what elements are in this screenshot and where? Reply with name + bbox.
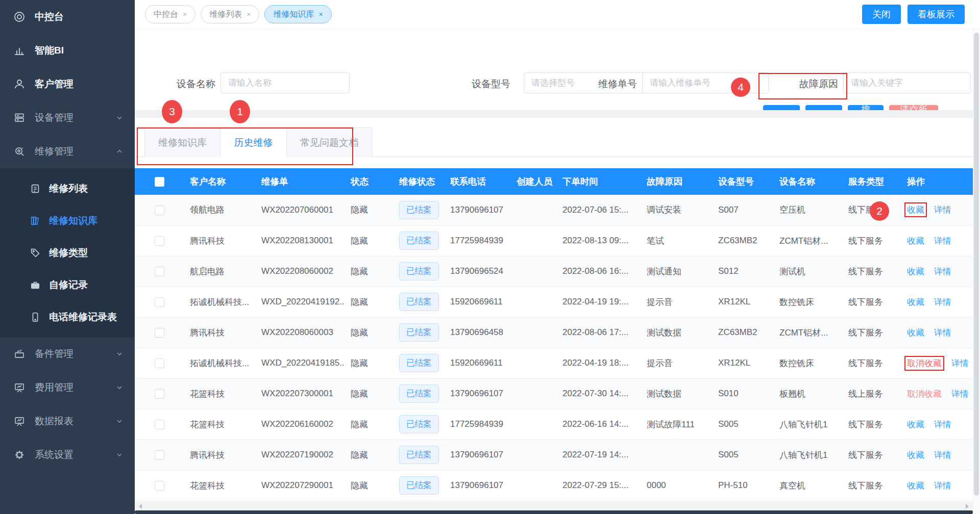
repair-status-badge: 已结案 bbox=[399, 232, 439, 250]
sidebar-item-console[interactable]: 中控台 bbox=[0, 0, 135, 34]
detail-link[interactable]: 详情 bbox=[934, 236, 951, 246]
annotation-circle-3: 3 bbox=[162, 100, 182, 123]
favorite-link[interactable]: 收藏 bbox=[907, 420, 924, 429]
sidebar-item-settings[interactable]: 系统设置 bbox=[0, 438, 135, 472]
favorite-link[interactable]: 收藏 bbox=[907, 328, 924, 338]
sidebar-item-bi[interactable]: 智能BI bbox=[0, 34, 135, 67]
device-name-input[interactable] bbox=[220, 72, 350, 93]
device-name-cell: 数控铣床 bbox=[773, 348, 842, 378]
order-time-cell: 2022-08-06 17:... bbox=[556, 317, 641, 348]
sidebar-item-self-repair-records[interactable]: 自修记录 bbox=[0, 269, 135, 301]
sidebar-item-customers[interactable]: 客户管理 bbox=[0, 67, 135, 101]
device-model-cell: S005 bbox=[712, 409, 773, 440]
detail-link[interactable]: 详情 bbox=[951, 358, 969, 368]
actions-cell: 收藏 详情 bbox=[901, 409, 973, 440]
status-cell: 隐藏 bbox=[345, 348, 393, 378]
close-tab-icon[interactable]: × bbox=[247, 10, 251, 18]
favorite-link[interactable]: 收藏 bbox=[907, 481, 924, 491]
repair-status-badge: 已结案 bbox=[399, 415, 439, 433]
scroll-left-arrow-icon[interactable] bbox=[139, 504, 142, 509]
row-checkbox[interactable] bbox=[155, 481, 164, 491]
detail-link[interactable]: 详情 bbox=[934, 205, 951, 215]
sidebar-item-knowledge-base[interactable]: 维修知识库 bbox=[0, 204, 135, 237]
fault-reason-input[interactable] bbox=[843, 72, 971, 93]
detail-link[interactable]: 详情 bbox=[934, 297, 951, 307]
row-checkbox-cell bbox=[135, 287, 184, 317]
horizontal-scrollbar-thumb[interactable] bbox=[135, 510, 973, 514]
scroll-right-arrow-icon[interactable] bbox=[966, 504, 969, 509]
favorite-link[interactable]: 收藏 bbox=[907, 450, 924, 460]
fault-reason-cell: 提示音 bbox=[641, 348, 712, 378]
detail-link[interactable]: 详情 bbox=[934, 481, 951, 491]
row-checkbox[interactable] bbox=[155, 450, 164, 460]
annotation-circle-4: 4 bbox=[731, 78, 750, 97]
fault-reason-label: 故障原因 bbox=[799, 78, 838, 91]
select-all-checkbox[interactable] bbox=[155, 177, 164, 187]
row-checkbox[interactable] bbox=[155, 420, 164, 429]
detail-link[interactable]: 详情 bbox=[934, 267, 951, 276]
repair-status-badge: 已结案 bbox=[399, 384, 439, 403]
breadcrumb-tab[interactable]: 维修知识库 × bbox=[264, 5, 331, 23]
detail-link[interactable]: 详情 bbox=[934, 420, 951, 429]
sidebar-item-repair-list[interactable]: 维修列表 bbox=[0, 172, 135, 204]
favorite-link[interactable]: 收藏 bbox=[907, 236, 924, 246]
content-tab[interactable]: 常见问题文档 bbox=[287, 127, 372, 157]
board-display-button[interactable]: 看板展示 bbox=[908, 5, 965, 24]
status-cell: 隐藏 bbox=[345, 440, 393, 470]
creator-cell bbox=[510, 470, 556, 501]
customer-name-cell: 花篮科技 bbox=[184, 470, 255, 501]
repair-status-badge: 已结案 bbox=[399, 323, 439, 342]
repair-status-badge: 已结案 bbox=[399, 446, 439, 464]
sidebar-item-reports[interactable]: 数据报表 bbox=[0, 404, 135, 438]
status-cell: 隐藏 bbox=[345, 287, 393, 317]
device-model-cell: ZC63MB2 bbox=[712, 317, 773, 348]
sidebar-item-repair-types[interactable]: 维修类型 bbox=[0, 237, 135, 269]
column-header: 下单时间 bbox=[556, 168, 641, 195]
detail-link[interactable]: 详情 bbox=[934, 328, 951, 338]
breadcrumb-tab[interactable]: 维修列表 × bbox=[201, 5, 259, 23]
sidebar-item-repair-mgmt[interactable]: 维修管理 bbox=[0, 135, 135, 168]
document-list-icon bbox=[30, 183, 41, 194]
order-time-cell: 2022-07-06 15:... bbox=[556, 195, 641, 225]
customer-name-cell: 腾讯科技 bbox=[184, 440, 255, 470]
favorite-link[interactable]: 收藏 bbox=[907, 205, 924, 215]
device-name-cell: ZCMT铝材... bbox=[773, 225, 842, 256]
actions-cell: 收藏 详情 bbox=[901, 440, 973, 470]
device-model-cell: S007 bbox=[712, 195, 773, 225]
favorite-link[interactable]: 收藏 bbox=[907, 297, 924, 307]
creator-cell bbox=[510, 348, 556, 378]
row-checkbox[interactable] bbox=[155, 267, 164, 276]
creator-cell bbox=[510, 378, 556, 409]
table-row: 花篮科技 WX202206160002 隐藏 已结案 17725984939 2… bbox=[135, 409, 973, 440]
row-checkbox[interactable] bbox=[155, 236, 164, 246]
horizontal-scrollbar-track[interactable] bbox=[135, 502, 973, 510]
actions-cell: 收藏 详情 bbox=[901, 195, 973, 225]
sidebar-item-phone-repair-records[interactable]: 电话维修记录表 bbox=[0, 301, 135, 333]
repair-status-cell: 已结案 bbox=[393, 409, 444, 440]
breadcrumb-tab[interactable]: 中控台 × bbox=[145, 5, 195, 23]
detail-link[interactable]: 详情 bbox=[951, 389, 969, 399]
row-checkbox[interactable] bbox=[155, 358, 164, 368]
vertical-scrollbar-thumb[interactable] bbox=[974, 33, 979, 496]
close-button[interactable]: 关闭 bbox=[862, 5, 901, 24]
filter-card: 设备名称 设备型号 请选择型号 维修单号 故障原因 公开 隐藏 搜索 清空所有 … bbox=[135, 30, 980, 110]
favorite-link[interactable]: 取消收藏 bbox=[907, 389, 942, 399]
row-checkbox[interactable] bbox=[155, 328, 164, 338]
favorite-link[interactable]: 收藏 bbox=[907, 267, 924, 276]
close-tab-icon[interactable]: × bbox=[183, 10, 187, 18]
row-checkbox[interactable] bbox=[155, 389, 164, 399]
briefcase-icon bbox=[30, 279, 41, 291]
sidebar-item-devices[interactable]: 设备管理 bbox=[0, 101, 135, 135]
close-tab-icon[interactable]: × bbox=[318, 10, 323, 18]
content-tab[interactable]: 维修知识库 bbox=[144, 127, 220, 157]
content-tab[interactable]: 历史维修 bbox=[220, 127, 287, 157]
actions-cell: 取消收藏 详情 bbox=[901, 348, 973, 378]
sidebar-item-spare-parts[interactable]: 备件管理 bbox=[0, 337, 135, 371]
row-checkbox-cell bbox=[135, 225, 184, 256]
row-checkbox[interactable] bbox=[155, 205, 164, 215]
sidebar-item-expenses[interactable]: 费用管理 bbox=[0, 371, 135, 404]
column-header: 维修状态 bbox=[393, 168, 444, 195]
favorite-link[interactable]: 取消收藏 bbox=[907, 358, 942, 368]
row-checkbox[interactable] bbox=[155, 297, 164, 307]
detail-link[interactable]: 详情 bbox=[934, 450, 951, 460]
